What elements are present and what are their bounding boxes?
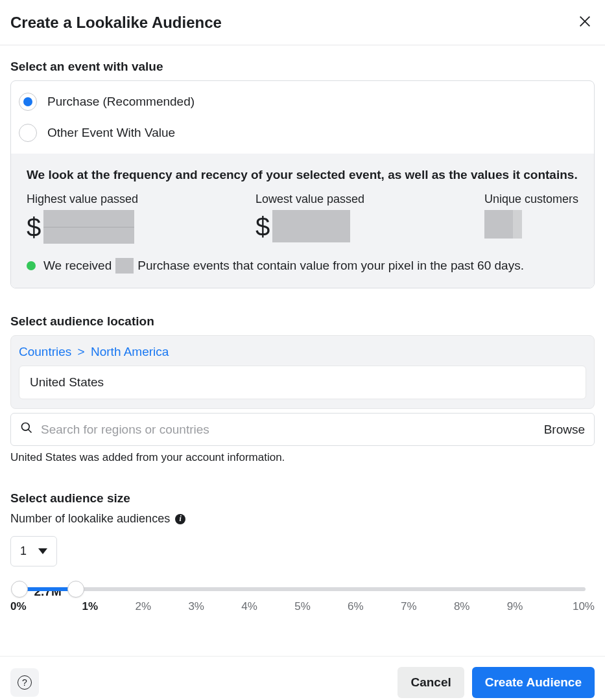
event-option-other[interactable]: Other Event With Value (19, 117, 586, 148)
event-radio-group: Purchase (Recommended) Other Event With … (11, 81, 594, 154)
svg-line-3 (29, 430, 32, 433)
num-audiences-label: Number of lookalike audiences (10, 512, 170, 526)
stat-lowest: Lowest value passed $ (255, 192, 484, 244)
event-info-panel: We look at the frequency and recency of … (11, 154, 594, 288)
currency-symbol: $ (27, 213, 41, 242)
breadcrumb-north-america[interactable]: North America (91, 345, 169, 358)
redacted-value (43, 210, 134, 244)
slider-tick: 7% (382, 600, 435, 613)
event-option-label: Purchase (Recommended) (47, 95, 195, 109)
cancel-button[interactable]: Cancel (397, 667, 464, 698)
redacted-value (272, 210, 350, 242)
search-icon (20, 421, 33, 438)
stat-value: $ (255, 210, 484, 242)
slider-tick: 3% (170, 600, 223, 613)
close-icon (578, 14, 592, 29)
breadcrumb-countries[interactable]: Countries (19, 345, 71, 358)
received-suffix: Purchase events that contain value from … (137, 259, 524, 273)
slider-tick: 9% (488, 600, 541, 613)
redacted-value (484, 210, 522, 239)
stat-highest: Highest value passed $ (27, 192, 255, 244)
footer-actions: Cancel Create Audience (397, 667, 595, 698)
slider-tick: 0% (10, 600, 64, 613)
event-option-purchase[interactable]: Purchase (Recommended) (19, 86, 586, 117)
stat-label: Unique customers (484, 192, 578, 206)
slider-handle-start[interactable] (11, 581, 28, 598)
received-prefix: We received (43, 259, 112, 273)
browse-link[interactable]: Browse (544, 423, 585, 437)
stat-unique: Unique customers (484, 192, 578, 244)
event-option-label: Other Event With Value (47, 126, 175, 140)
event-card: Purchase (Recommended) Other Event With … (10, 80, 595, 288)
currency-symbol: $ (255, 212, 270, 241)
select-value: 1 (20, 544, 27, 558)
size-section: Select audience size Number of lookalike… (10, 491, 595, 630)
chevron-down-icon (38, 548, 47, 554)
help-icon: ? (18, 675, 32, 690)
slider-tick: 4% (223, 600, 276, 613)
stat-value (484, 210, 578, 239)
location-chip[interactable]: United States (19, 366, 586, 399)
location-note: United States was added from your accoun… (10, 451, 595, 464)
modal-footer: ? Cancel Create Audience (0, 656, 605, 700)
event-received-row: We received Purchase events that contain… (27, 258, 578, 274)
location-box: Countries > North America United States (10, 335, 595, 409)
redacted-count (115, 258, 134, 274)
slider-track (19, 587, 586, 591)
create-audience-button[interactable]: Create Audience (472, 667, 595, 698)
location-search-row: Browse (10, 413, 595, 446)
help-button[interactable]: ? (10, 668, 39, 697)
lookalike-modal: Create a Lookalike Audience Select an ev… (0, 0, 605, 700)
svg-point-2 (22, 423, 30, 431)
event-stats-row: Highest value passed $ Lowest value pass… (27, 192, 578, 244)
stat-value: $ (27, 210, 255, 244)
location-search-input[interactable] (41, 423, 536, 437)
num-audiences-row: Number of lookalike audiences i (10, 512, 595, 526)
slider-handle-end[interactable] (67, 581, 84, 598)
slider-tick: 5% (276, 600, 329, 613)
slider-tick: 8% (435, 600, 488, 613)
stat-label: Lowest value passed (255, 192, 484, 206)
stat-label: Highest value passed (27, 192, 255, 206)
radio-icon (19, 93, 37, 111)
slider-ticks: 0% 1% 2% 3% 4% 5% 6% 7% 8% 9% 10% (10, 600, 595, 613)
status-dot-icon (27, 261, 36, 270)
location-breadcrumb: Countries > North America (19, 345, 586, 359)
num-audiences-select[interactable]: 1 (10, 536, 57, 566)
size-heading: Select audience size (10, 491, 595, 506)
close-button[interactable] (575, 12, 595, 33)
radio-icon (19, 124, 37, 142)
modal-content: Select an event with value Purchase (Rec… (0, 45, 605, 630)
modal-header: Create a Lookalike Audience (0, 0, 605, 45)
slider-tick: 2% (117, 600, 170, 613)
event-info-headline: We look at the frequency and recency of … (27, 168, 578, 182)
slider-tick: 10% (541, 600, 595, 613)
audience-size-slider[interactable]: 2.7M 0% 1% 2% 3% 4% 5% 6% 7% 8% 9% (10, 587, 595, 630)
info-icon[interactable]: i (175, 514, 185, 524)
slider-tick: 6% (329, 600, 382, 613)
location-heading: Select audience location (10, 314, 595, 329)
event-heading: Select an event with value (10, 60, 595, 74)
breadcrumb-separator-icon: > (78, 345, 85, 358)
modal-title: Create a Lookalike Audience (10, 14, 222, 32)
slider-tick: 1% (64, 600, 117, 613)
